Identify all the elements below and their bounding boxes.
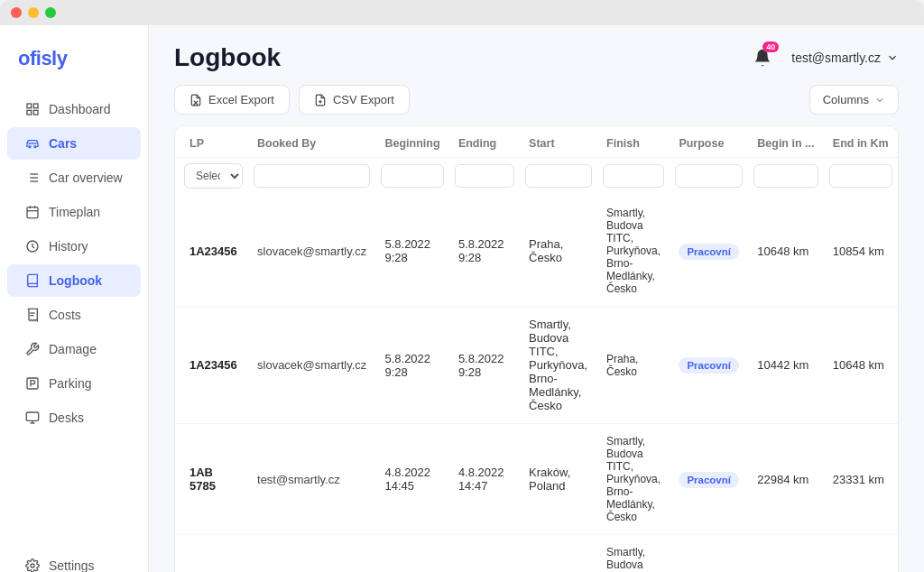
filter-start[interactable] bbox=[525, 164, 592, 188]
cell-ending: 5.8.2022 9:28 bbox=[449, 196, 520, 307]
sidebar-item-label: Car overview bbox=[49, 171, 123, 185]
sidebar-item-costs[interactable]: Costs bbox=[7, 299, 141, 331]
col-beginning: Beginning bbox=[375, 126, 448, 158]
cell-begin-km: 22637 km bbox=[748, 535, 824, 573]
sidebar-item-logbook[interactable]: Logbook bbox=[7, 264, 141, 297]
receipt-icon bbox=[25, 308, 40, 322]
sidebar-item-cars[interactable]: Cars bbox=[7, 127, 141, 160]
sidebar-item-label: Damage bbox=[49, 342, 97, 356]
cell-begin-km: 10648 km bbox=[748, 196, 824, 307]
monitor-icon bbox=[25, 411, 40, 425]
filter-purpose[interactable] bbox=[675, 164, 743, 188]
filter-finish[interactable] bbox=[603, 164, 664, 188]
cell-booked-by: test@smartly.cz bbox=[248, 424, 375, 535]
csv-export-button[interactable]: CSV Export bbox=[299, 85, 410, 115]
cell-finish: Smartly, Budova TITC, Purkyňova, Brno-Me… bbox=[597, 196, 670, 307]
cell-ending: 5.8.2022 9:28 bbox=[449, 307, 520, 424]
user-email: test@smartly.cz bbox=[791, 51, 881, 65]
header-right: 40 test@smartly.cz bbox=[746, 42, 899, 74]
cell-beginning: 5.8.2022 9:28 bbox=[375, 307, 448, 424]
purpose-badge: Pracovní bbox=[679, 244, 739, 260]
sidebar-item-history[interactable]: History bbox=[7, 230, 141, 263]
cell-booked-by: slovacek@smartly.cz bbox=[248, 196, 375, 307]
sidebar-item-desks[interactable]: Desks bbox=[7, 401, 141, 434]
cell-beginning: 4.8.2022 14:43 bbox=[375, 535, 448, 573]
sidebar-item-dashboard[interactable]: Dashboard bbox=[7, 93, 141, 125]
car-filter-select[interactable]: Select car bbox=[184, 163, 243, 189]
maximize-dot[interactable] bbox=[45, 7, 56, 18]
cell-end-km: 10854 km bbox=[824, 196, 898, 307]
toolbar-left: Excel Export CSV Export bbox=[174, 85, 410, 115]
csv-export-label: CSV Export bbox=[333, 93, 394, 106]
gear-icon bbox=[25, 558, 40, 572]
sidebar: ofisly Dashboard Cars Car overview bbox=[0, 25, 149, 572]
filter-booked-by[interactable] bbox=[254, 164, 370, 188]
cell-finish: Smartly, Budova TITC, Purkyňova, Brno-Me… bbox=[597, 535, 670, 573]
cell-purpose: Pracovní bbox=[670, 196, 748, 307]
notification-badge: 40 bbox=[762, 42, 779, 52]
window-chrome bbox=[0, 0, 924, 25]
user-menu[interactable]: test@smartly.cz bbox=[791, 51, 899, 65]
col-begin-km: Begin in ... bbox=[748, 126, 824, 158]
filter-begin-km[interactable] bbox=[753, 164, 818, 188]
filter-end-km[interactable] bbox=[829, 164, 892, 188]
minimize-dot[interactable] bbox=[28, 7, 39, 18]
cell-end-km: 10648 km bbox=[824, 307, 898, 424]
calendar-icon bbox=[25, 205, 40, 219]
columns-button[interactable]: Columns bbox=[809, 85, 899, 115]
cell-start: Kraków, Poland bbox=[520, 424, 597, 535]
cell-booked-by: test@smartly.cz bbox=[248, 535, 375, 573]
table-header-row: LP Booked By Beginning Ending Start Fini… bbox=[175, 126, 898, 158]
toolbar: Excel Export CSV Export Columns bbox=[149, 85, 924, 125]
filter-beginning[interactable] bbox=[381, 164, 443, 188]
cell-lp: 1AB 5785 bbox=[175, 535, 248, 573]
cell-beginning: 5.8.2022 9:28 bbox=[375, 196, 448, 307]
logo: ofisly bbox=[0, 40, 148, 92]
sidebar-item-label: Costs bbox=[49, 308, 81, 322]
filter-ending[interactable] bbox=[455, 164, 514, 188]
purpose-badge: Pracovní bbox=[679, 357, 739, 374]
sidebar-item-timeplan[interactable]: Timeplan bbox=[7, 196, 141, 228]
sidebar-item-settings[interactable]: Settings bbox=[7, 549, 141, 572]
data-table-container: LP Booked By Beginning Ending Start Fini… bbox=[174, 125, 899, 572]
sidebar-item-parking[interactable]: Parking bbox=[7, 367, 141, 400]
cell-ending: 4.8.2022 14:45 bbox=[449, 535, 520, 573]
svg-point-5 bbox=[34, 146, 36, 148]
columns-label: Columns bbox=[823, 93, 869, 106]
cell-beginning: 4.8.2022 14:45 bbox=[375, 424, 448, 535]
col-lp: LP bbox=[175, 126, 248, 158]
wrench-icon bbox=[25, 342, 40, 356]
cell-lp: 1A23456 bbox=[175, 196, 248, 307]
filter-row: Select car bbox=[175, 158, 898, 197]
filter-lp[interactable]: Select car bbox=[175, 158, 248, 197]
cell-begin-km: 10442 km bbox=[748, 307, 824, 424]
sidebar-item-car-overview[interactable]: Car overview bbox=[7, 161, 141, 194]
table-row: 1AB 5785 test@smartly.cz 4.8.2022 14:43 … bbox=[175, 535, 898, 573]
svg-point-23 bbox=[31, 564, 34, 567]
notification-button[interactable]: 40 bbox=[746, 42, 779, 74]
excel-icon bbox=[189, 94, 202, 106]
excel-export-button[interactable]: Excel Export bbox=[174, 85, 290, 115]
close-dot[interactable] bbox=[11, 7, 22, 18]
sidebar-item-damage[interactable]: Damage bbox=[7, 333, 141, 365]
table-scroll[interactable]: LP Booked By Beginning Ending Start Fini… bbox=[175, 126, 898, 572]
cell-purpose: Pracovní bbox=[670, 424, 748, 535]
table-row: 1A23456 slovacek@smartly.cz 5.8.2022 9:2… bbox=[175, 307, 898, 424]
svg-rect-0 bbox=[27, 104, 32, 108]
car-icon bbox=[25, 136, 40, 151]
sidebar-item-label: Dashboard bbox=[49, 102, 111, 116]
chevron-down-icon bbox=[886, 51, 899, 64]
col-start: Start bbox=[520, 126, 597, 158]
cell-purpose: Pracovní bbox=[670, 535, 748, 573]
col-end-km: End in Km bbox=[824, 126, 898, 158]
svg-rect-20 bbox=[26, 412, 38, 420]
svg-rect-1 bbox=[33, 104, 38, 108]
logbook-table: LP Booked By Beginning Ending Start Fini… bbox=[175, 126, 898, 572]
cell-start: Smartly, Budova TITC, Purkyňova, Brno-Me… bbox=[520, 307, 597, 424]
cell-purpose: Pracovní bbox=[670, 307, 748, 424]
svg-rect-3 bbox=[27, 110, 32, 115]
main-content: Logbook 40 test@smartly.cz bbox=[149, 25, 924, 572]
cell-finish: Smartly, Budova TITC, Purkyňova, Brno-Me… bbox=[597, 424, 670, 535]
chevron-down-icon bbox=[874, 95, 885, 106]
cell-end-km: 23331 km bbox=[824, 424, 898, 535]
